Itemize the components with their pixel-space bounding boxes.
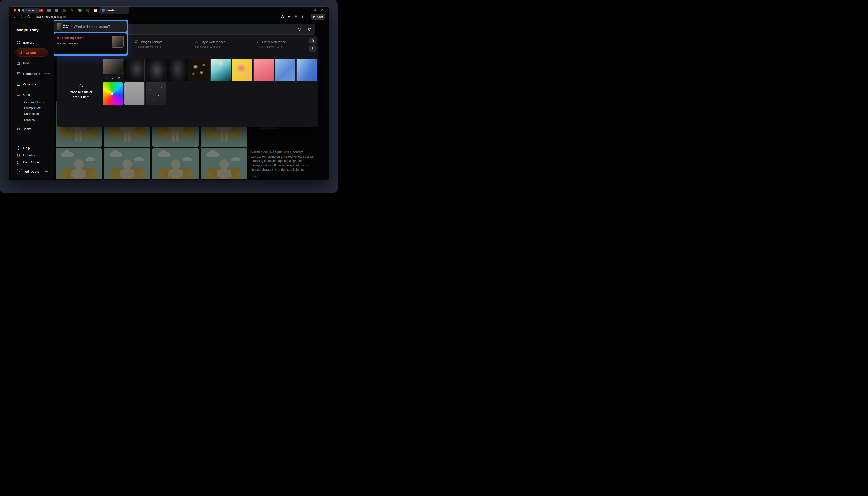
- thumbnail-blue-gradient-2[interactable]: [296, 59, 317, 81]
- send-icon[interactable]: [297, 27, 301, 31]
- sail-icon: [19, 51, 23, 55]
- sidebar-item-daily-theme[interactable]: Daily Theme: [20, 111, 44, 117]
- thumbnail-dark-screenshot-1[interactable]: [124, 59, 145, 81]
- section-subtitle: Unavailable with video: [257, 45, 286, 48]
- sidebar-item-label: Explore: [23, 41, 34, 44]
- sidebar-item-newbies[interactable]: Newbies: [20, 117, 44, 123]
- animate-icon[interactable]: [106, 76, 109, 79]
- nav-controls: [13, 15, 31, 18]
- info-circle-icon[interactable]: [281, 15, 284, 18]
- thumbnail-start-frame-room[interactable]: [103, 59, 123, 81]
- extension-icon-4[interactable]: [62, 8, 66, 13]
- puzzle-extension-icon[interactable]: [294, 15, 297, 18]
- tab-overflow-chevron-icon[interactable]: [320, 8, 324, 12]
- callout-body: Starting Frame Animate an image: [54, 33, 127, 54]
- thumbnail-pink-anime-girl[interactable]: [232, 59, 252, 81]
- forward-icon[interactable]: [20, 15, 24, 18]
- thumbnail-blue-gradient-1[interactable]: [275, 59, 295, 81]
- tab-create[interactable]: Create: [99, 7, 129, 14]
- sidebar-item-label: Help: [23, 146, 30, 150]
- sidebar-item-label: Organize: [23, 82, 36, 86]
- browser-chat-button[interactable]: Chat: [311, 14, 325, 20]
- sidebar-item-updates[interactable]: Updates: [16, 152, 35, 158]
- section-title: Omni-Reference: [262, 40, 286, 44]
- delete-icon[interactable]: [117, 76, 120, 79]
- screen: Home ✳ ✓ Create: [0, 0, 338, 193]
- sparkle-extension-icon[interactable]: [301, 15, 304, 18]
- sidebar-item-edit[interactable]: Edit: [16, 61, 29, 66]
- back-icon[interactable]: [13, 15, 16, 18]
- extension-icon-7[interactable]: [86, 8, 90, 13]
- thumbnail-rainbow-radial[interactable]: [103, 82, 123, 105]
- thumbnail-image: [275, 59, 295, 81]
- check-extension-icon[interactable]: ✓: [78, 8, 82, 13]
- thumbnail-actions: [103, 75, 123, 80]
- sidebar-item-chat[interactable]: Chat: [16, 92, 30, 97]
- sidebar-item-dark-mode[interactable]: Dark Mode: [16, 159, 39, 165]
- extension-icon-3[interactable]: [55, 8, 59, 13]
- sidebar-item-personalize[interactable]: Personalize New!: [16, 71, 50, 76]
- panel-side-buttons: [309, 37, 316, 52]
- extension-icon-2[interactable]: [47, 8, 51, 13]
- starting-frame-title: Starting Frame: [62, 36, 84, 40]
- section-subtitle: Unavailable with video: [195, 45, 226, 48]
- paperclip-icon: [195, 40, 199, 44]
- notes-icon[interactable]: [93, 8, 97, 13]
- file-upload-dropzone[interactable]: Choose a file or drop it here: [63, 58, 99, 124]
- user-account[interactable]: kai_postv ⋯: [15, 168, 50, 175]
- lock-button[interactable]: [309, 37, 316, 44]
- settings-sliders-icon[interactable]: [307, 27, 312, 31]
- thumbnail-dark-screenshot-2[interactable]: [146, 59, 166, 81]
- youtube-icon[interactable]: [39, 8, 43, 13]
- starting-frame-image[interactable]: [111, 35, 124, 48]
- asterisk-icon[interactable]: ✳: [70, 8, 74, 13]
- sidebar-item-general-chaos[interactable]: General Chaos: [20, 99, 44, 105]
- thumbnail-flower-explosion[interactable]: [189, 59, 209, 81]
- omni-reference-section[interactable]: Omni-Reference Unavailable with video: [257, 40, 286, 48]
- sidebar-item-label: Dark Mode: [23, 160, 39, 164]
- sidebar-item-create[interactable]: Create: [15, 48, 48, 57]
- brand-logo: Midjourney: [16, 28, 38, 32]
- imagine-bar-actions: [297, 27, 312, 31]
- thumbnail-image: [146, 59, 166, 81]
- edit-icon: [16, 61, 20, 65]
- close-button[interactable]: [14, 9, 16, 12]
- thumbnail-cyborg-anime-girl[interactable]: [210, 59, 231, 81]
- sidebar-item-help[interactable]: Help: [16, 145, 30, 151]
- edit-icon[interactable]: [111, 76, 114, 79]
- new-badge: New!: [44, 72, 50, 75]
- thumbnail-image: [167, 59, 188, 81]
- callout-prompt-preview: Video Start What will you imagine?: [54, 21, 127, 32]
- play-circle-icon: [57, 36, 61, 40]
- thumbnail-gray-noise[interactable]: [124, 82, 145, 105]
- reload-icon[interactable]: [27, 15, 31, 18]
- style-references-section[interactable]: Style References Unavailable with video: [195, 40, 226, 48]
- thumbnail-row-1: [103, 59, 317, 81]
- sidebar-item-tasks[interactable]: Tasks: [16, 126, 31, 131]
- home-menu-button[interactable]: Home: [24, 7, 39, 13]
- new-tab-button[interactable]: [132, 8, 136, 12]
- sidebar: Midjourney Explore Create Edit Personali…: [11, 20, 53, 179]
- thumbnail-dark-figure[interactable]: [167, 59, 188, 81]
- more-options-icon[interactable]: ⋯: [45, 169, 48, 173]
- midjourney-site: Midjourney Explore Create Edit Personali…: [11, 20, 327, 179]
- trash-icon: [311, 47, 314, 50]
- chevron-down-icon: [35, 9, 37, 11]
- chat-bubble-icon: [313, 16, 316, 18]
- minimize-button[interactable]: [18, 9, 20, 12]
- sidebar-item-explore[interactable]: Explore: [16, 40, 34, 45]
- cursor-icon[interactable]: [288, 15, 291, 18]
- username: kai_postv: [24, 170, 39, 173]
- thumbnail-red-gradient[interactable]: [253, 59, 274, 81]
- thumbnail-row-2: [103, 82, 317, 105]
- chat-icon: [16, 93, 20, 97]
- downloads-icon[interactable]: [312, 8, 316, 12]
- clear-button[interactable]: [309, 45, 316, 52]
- thumbnail-dark-noise[interactable]: [146, 82, 166, 105]
- personalize-icon: [16, 72, 20, 76]
- sidebar-item-prompt-craft[interactable]: Prompt Craft: [20, 105, 44, 111]
- sidebar-item-organize[interactable]: Organize: [16, 82, 36, 87]
- image-prompts-section[interactable]: Image Prompts Unavailable with video: [135, 40, 162, 48]
- thumbs-up-icon: [16, 127, 20, 131]
- address-url[interactable]: midjourney.com/imagine: [36, 16, 66, 18]
